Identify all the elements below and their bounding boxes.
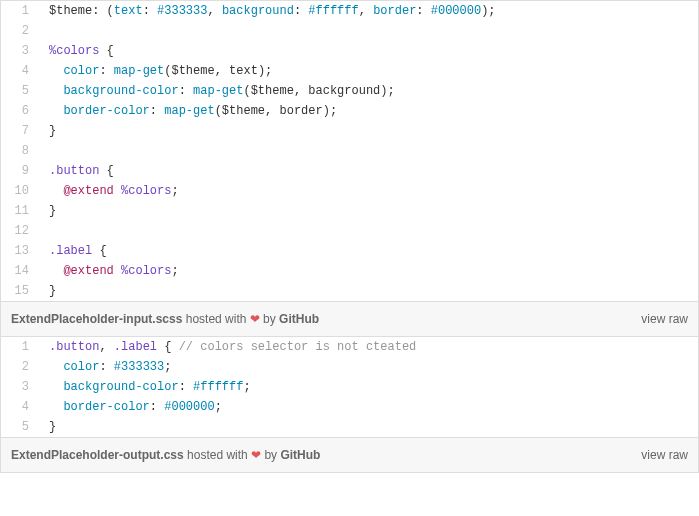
heart-icon: ❤: [251, 448, 261, 462]
code-line: 14 @extend %colors;: [1, 261, 698, 281]
line-number: 4: [1, 397, 39, 417]
code: color: map-get($theme, text);: [39, 61, 698, 81]
code: background-color: map-get($theme, backgr…: [39, 81, 698, 101]
gist-meta-bar: ExtendPlaceholder-output.css hosted with…: [1, 437, 698, 472]
code-area[interactable]: 1$theme: (text: #333333, background: #ff…: [1, 1, 698, 301]
line-number: 3: [1, 41, 39, 61]
by-text: by: [261, 448, 280, 462]
line-number: 4: [1, 61, 39, 81]
code: %colors {: [39, 41, 698, 61]
line-number: 14: [1, 261, 39, 281]
view-raw-link[interactable]: view raw: [641, 312, 688, 326]
line-number: 2: [1, 357, 39, 377]
code: .label {: [39, 241, 698, 261]
code: .button, .label { // colors selector is …: [39, 337, 698, 357]
code-line: 6 border-color: map-get($theme, border);: [1, 101, 698, 121]
code: border-color: #000000;: [39, 397, 698, 417]
code-line: 4 border-color: #000000;: [1, 397, 698, 417]
code-line: 11}: [1, 201, 698, 221]
line-number: 6: [1, 101, 39, 121]
line-number: 2: [1, 21, 39, 41]
code: [39, 21, 698, 41]
code-line: 7}: [1, 121, 698, 141]
github-link[interactable]: GitHub: [280, 448, 320, 462]
code-line: 4 color: map-get($theme, text);: [1, 61, 698, 81]
gist-block-2: 1.button, .label { // colors selector is…: [0, 337, 699, 473]
by-text: by: [260, 312, 279, 326]
filename-link[interactable]: ExtendPlaceholder-input.scss: [11, 312, 182, 326]
code-line: 10 @extend %colors;: [1, 181, 698, 201]
line-number: 9: [1, 161, 39, 181]
line-number: 12: [1, 221, 39, 241]
code: $theme: (text: #333333, background: #fff…: [39, 1, 698, 21]
code-line: 13.label {: [1, 241, 698, 261]
code-area[interactable]: 1.button, .label { // colors selector is…: [1, 337, 698, 437]
code-line: 15}: [1, 281, 698, 301]
meta-left: ExtendPlaceholder-output.css hosted with…: [11, 448, 320, 462]
line-number: 13: [1, 241, 39, 261]
code: }: [39, 201, 698, 221]
code-line: 1$theme: (text: #333333, background: #ff…: [1, 1, 698, 21]
code: }: [39, 121, 698, 141]
line-number: 15: [1, 281, 39, 301]
github-link[interactable]: GitHub: [279, 312, 319, 326]
code-line: 3 background-color: #ffffff;: [1, 377, 698, 397]
line-number: 5: [1, 417, 39, 437]
gist-block-1: 1$theme: (text: #333333, background: #ff…: [0, 0, 699, 337]
view-raw-link[interactable]: view raw: [641, 448, 688, 462]
code: [39, 221, 698, 241]
code: [39, 141, 698, 161]
code: }: [39, 281, 698, 301]
hosted-text: hosted with: [182, 312, 249, 326]
code: .button {: [39, 161, 698, 181]
code: color: #333333;: [39, 357, 698, 377]
code-line: 12: [1, 221, 698, 241]
filename-link[interactable]: ExtendPlaceholder-output.css: [11, 448, 184, 462]
line-number: 11: [1, 201, 39, 221]
code-line: 3%colors {: [1, 41, 698, 61]
code-line: 1.button, .label { // colors selector is…: [1, 337, 698, 357]
meta-left: ExtendPlaceholder-input.scss hosted with…: [11, 312, 319, 326]
line-number: 1: [1, 1, 39, 21]
line-number: 8: [1, 141, 39, 161]
code-line: 8: [1, 141, 698, 161]
line-number: 10: [1, 181, 39, 201]
code: @extend %colors;: [39, 181, 698, 201]
line-number: 3: [1, 377, 39, 397]
code-line: 2: [1, 21, 698, 41]
code: }: [39, 417, 698, 437]
hosted-text: hosted with: [184, 448, 251, 462]
line-number: 5: [1, 81, 39, 101]
line-number: 1: [1, 337, 39, 357]
code-line: 2 color: #333333;: [1, 357, 698, 377]
code: background-color: #ffffff;: [39, 377, 698, 397]
heart-icon: ❤: [250, 312, 260, 326]
code-line: 5 background-color: map-get($theme, back…: [1, 81, 698, 101]
code: border-color: map-get($theme, border);: [39, 101, 698, 121]
code-line: 5}: [1, 417, 698, 437]
code-line: 9.button {: [1, 161, 698, 181]
code: @extend %colors;: [39, 261, 698, 281]
gist-meta-bar: ExtendPlaceholder-input.scss hosted with…: [1, 301, 698, 336]
line-number: 7: [1, 121, 39, 141]
